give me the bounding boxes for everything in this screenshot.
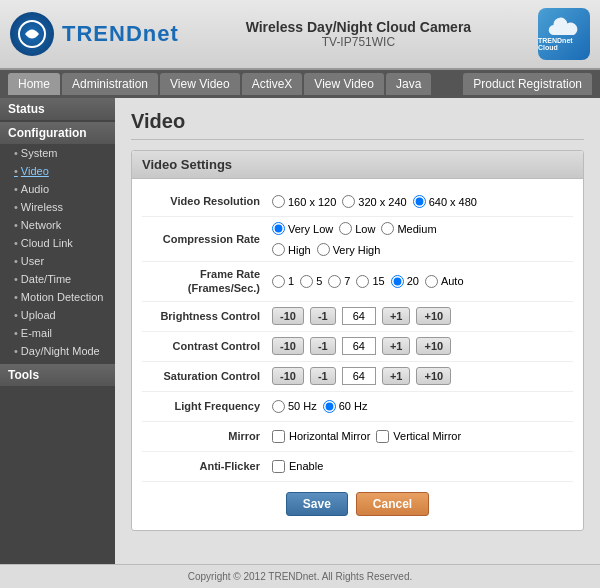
fps-1[interactable]: 1 bbox=[272, 275, 294, 288]
contrast-controls: -10 -1 64 +1 +10 bbox=[272, 337, 573, 355]
sidebar-item-system[interactable]: •System bbox=[0, 144, 115, 162]
sidebar-item-video[interactable]: •Video bbox=[0, 162, 115, 180]
sidebar-item-audio[interactable]: •Audio bbox=[0, 180, 115, 198]
fps-20[interactable]: 20 bbox=[391, 275, 419, 288]
contrast-row: Contrast Control -10 -1 64 +1 +10 bbox=[142, 332, 573, 362]
contrast-label: Contrast Control bbox=[142, 339, 272, 353]
brightness-controls: -10 -1 64 +1 +10 bbox=[272, 307, 573, 325]
nav-tabs: Home Administration View Video ActiveX V… bbox=[0, 70, 600, 98]
sidebar-status-header: Status bbox=[0, 98, 115, 120]
settings-box: Video Settings Video Resolution 160 x 12… bbox=[131, 150, 584, 531]
saturation-minus10[interactable]: -10 bbox=[272, 367, 304, 385]
freq-50hz[interactable]: 50 Hz bbox=[272, 400, 317, 413]
logo-icon bbox=[10, 12, 54, 56]
anti-flicker-label: Anti-Flicker bbox=[142, 459, 272, 473]
fps-7[interactable]: 7 bbox=[328, 275, 350, 288]
mirror-vertical[interactable]: Vertical Mirror bbox=[376, 430, 461, 443]
saturation-minus1[interactable]: -1 bbox=[310, 367, 336, 385]
comp-low[interactable]: Low bbox=[339, 222, 375, 235]
settings-body: Video Resolution 160 x 120 320 x 240 640… bbox=[132, 179, 583, 530]
saturation-label: Saturation Control bbox=[142, 369, 272, 383]
contrast-minus10[interactable]: -10 bbox=[272, 337, 304, 355]
sidebar-item-cloud-link[interactable]: •Cloud Link bbox=[0, 234, 115, 252]
anti-flicker-row: Anti-Flicker Enable bbox=[142, 452, 573, 482]
resolution-160x120[interactable]: 160 x 120 bbox=[272, 195, 336, 208]
compression-rate-row: Compression Rate Very Low Low Medium bbox=[142, 217, 573, 262]
sidebar-item-datetime[interactable]: •Date/Time bbox=[0, 270, 115, 288]
fps-5[interactable]: 5 bbox=[300, 275, 322, 288]
brightness-value: 64 bbox=[342, 307, 376, 325]
sidebar-item-wireless[interactable]: •Wireless bbox=[0, 198, 115, 216]
sidebar-item-email[interactable]: •E-mail bbox=[0, 324, 115, 342]
frame-rate-row: Frame Rate(Frames/Sec.) 1 5 7 15 20 Auto bbox=[142, 262, 573, 302]
save-button[interactable]: Save bbox=[286, 492, 348, 516]
contrast-plus1[interactable]: +1 bbox=[382, 337, 411, 355]
tab-administration[interactable]: Administration bbox=[62, 73, 158, 95]
cloud-icon: TRENDnet Cloud bbox=[538, 8, 590, 60]
action-buttons: Save Cancel bbox=[142, 482, 573, 522]
comp-medium[interactable]: Medium bbox=[381, 222, 436, 235]
contrast-minus1[interactable]: -1 bbox=[310, 337, 336, 355]
anti-flicker-checkbox[interactable] bbox=[272, 460, 285, 473]
tab-view-video-2[interactable]: View Video bbox=[304, 73, 384, 95]
anti-flicker-enable[interactable]: Enable bbox=[272, 460, 323, 473]
sidebar-config-header: Configuration bbox=[0, 122, 115, 144]
brightness-minus1[interactable]: -1 bbox=[310, 307, 336, 325]
resolution-320x240[interactable]: 320 x 240 bbox=[342, 195, 406, 208]
freq-60hz[interactable]: 60 Hz bbox=[323, 400, 368, 413]
fps-auto[interactable]: Auto bbox=[425, 275, 464, 288]
sidebar-item-motion-detection[interactable]: •Motion Detection bbox=[0, 288, 115, 306]
light-frequency-controls: 50 Hz 60 Hz bbox=[272, 400, 573, 413]
logo-text: TRENDnet bbox=[62, 21, 179, 47]
footer: Copyright © 2012 TRENDnet. All Rights Re… bbox=[0, 564, 600, 588]
sidebar-item-daynight[interactable]: •Day/Night Mode bbox=[0, 342, 115, 360]
sidebar: Status Configuration •System •Video •Aud… bbox=[0, 98, 115, 564]
saturation-row: Saturation Control -10 -1 64 +1 +10 bbox=[142, 362, 573, 392]
saturation-value: 64 bbox=[342, 367, 376, 385]
brightness-plus10[interactable]: +10 bbox=[416, 307, 451, 325]
resolution-640x480[interactable]: 640 x 480 bbox=[413, 195, 477, 208]
header: TRENDnet Wireless Day/Night Cloud Camera… bbox=[0, 0, 600, 70]
tab-home[interactable]: Home bbox=[8, 73, 60, 95]
brightness-row: Brightness Control -10 -1 64 +1 +10 bbox=[142, 302, 573, 332]
saturation-plus1[interactable]: +1 bbox=[382, 367, 411, 385]
footer-text: Copyright © 2012 TRENDnet. All Rights Re… bbox=[188, 571, 413, 582]
mirror-horizontal[interactable]: Horizontal Mirror bbox=[272, 430, 370, 443]
page-title: Video bbox=[131, 110, 584, 140]
light-frequency-row: Light Frequency 50 Hz 60 Hz bbox=[142, 392, 573, 422]
mirror-horizontal-checkbox[interactable] bbox=[272, 430, 285, 443]
fps-15[interactable]: 15 bbox=[356, 275, 384, 288]
brightness-plus1[interactable]: +1 bbox=[382, 307, 411, 325]
saturation-controls: -10 -1 64 +1 +10 bbox=[272, 367, 573, 385]
frame-rate-label: Frame Rate(Frames/Sec.) bbox=[142, 267, 272, 296]
header-center: Wireless Day/Night Cloud Camera TV-IP751… bbox=[179, 19, 538, 49]
sidebar-item-network[interactable]: •Network bbox=[0, 216, 115, 234]
contrast-plus10[interactable]: +10 bbox=[416, 337, 451, 355]
mirror-row: Mirror Horizontal Mirror Vertical Mirror bbox=[142, 422, 573, 452]
sidebar-item-upload[interactable]: •Upload bbox=[0, 306, 115, 324]
settings-header: Video Settings bbox=[132, 151, 583, 179]
comp-high[interactable]: High bbox=[272, 243, 311, 256]
cancel-button[interactable]: Cancel bbox=[356, 492, 429, 516]
main-layout: Status Configuration •System •Video •Aud… bbox=[0, 98, 600, 564]
tab-activex[interactable]: ActiveX bbox=[242, 73, 303, 95]
brightness-minus10[interactable]: -10 bbox=[272, 307, 304, 325]
comp-very-high[interactable]: Very High bbox=[317, 243, 381, 256]
compression-controls: Very Low Low Medium High bbox=[272, 222, 573, 256]
frame-rate-controls: 1 5 7 15 20 Auto bbox=[272, 275, 573, 288]
brightness-label: Brightness Control bbox=[142, 309, 272, 323]
mirror-vertical-checkbox[interactable] bbox=[376, 430, 389, 443]
logo-area: TRENDnet bbox=[10, 12, 179, 56]
contrast-value: 64 bbox=[342, 337, 376, 355]
anti-flicker-controls: Enable bbox=[272, 460, 573, 473]
tab-view-video-1[interactable]: View Video bbox=[160, 73, 240, 95]
mirror-controls: Horizontal Mirror Vertical Mirror bbox=[272, 430, 573, 443]
content-area: Video Video Settings Video Resolution 16… bbox=[115, 98, 600, 564]
light-frequency-label: Light Frequency bbox=[142, 399, 272, 413]
comp-very-low[interactable]: Very Low bbox=[272, 222, 333, 235]
video-resolution-label: Video Resolution bbox=[142, 194, 272, 208]
tab-java[interactable]: Java bbox=[386, 73, 431, 95]
saturation-plus10[interactable]: +10 bbox=[416, 367, 451, 385]
sidebar-item-user[interactable]: •User bbox=[0, 252, 115, 270]
tab-product-registration[interactable]: Product Registration bbox=[463, 73, 592, 95]
